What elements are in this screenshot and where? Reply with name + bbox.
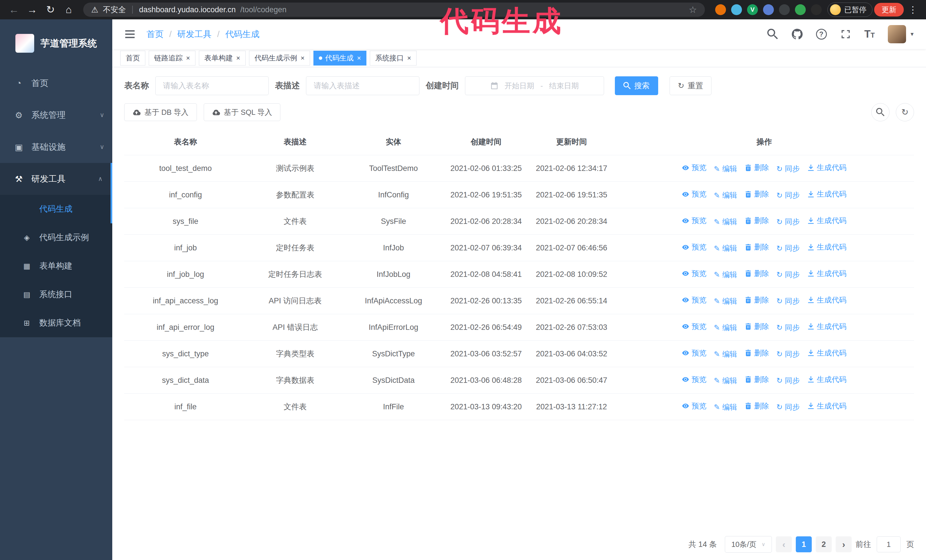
page-button-1[interactable]: 1: [796, 536, 812, 552]
row-action-edit[interactable]: ✎编辑: [714, 349, 737, 359]
row-action-edit[interactable]: ✎编辑: [714, 270, 737, 280]
row-action-trash[interactable]: 删除: [744, 163, 769, 173]
extension-orange-icon[interactable]: [715, 4, 726, 15]
row-action-edit[interactable]: ✎编辑: [714, 190, 737, 200]
row-action-download[interactable]: 生成代码: [807, 216, 846, 226]
row-action-eye[interactable]: 预览: [682, 216, 706, 226]
page-size-select[interactable]: 10条/页 ∨: [725, 536, 772, 552]
github-icon[interactable]: [791, 29, 803, 40]
address-bar[interactable]: ⚠ 不安全 dashboard.yudao.iocoder.cn/tool/co…: [83, 3, 705, 17]
tag-代码生成[interactable]: 代码生成×: [313, 51, 366, 65]
row-action-edit[interactable]: ✎编辑: [714, 296, 737, 306]
row-action-eye[interactable]: 预览: [682, 374, 706, 385]
row-action-eye[interactable]: 预览: [682, 401, 706, 411]
tag-close-icon[interactable]: ×: [301, 55, 304, 62]
sidebar-item-gear[interactable]: ⚙系统管理∨: [0, 99, 112, 131]
tag-链路追踪[interactable]: 链路追踪×: [149, 51, 195, 65]
chrome-menu-icon[interactable]: ⋮: [905, 4, 920, 15]
browser-back-icon[interactable]: ←: [6, 4, 22, 16]
row-action-edit[interactable]: ✎编辑: [714, 164, 737, 174]
row-action-trash[interactable]: 删除: [744, 401, 769, 411]
table-name-input[interactable]: [155, 76, 269, 95]
toggle-search-button[interactable]: [871, 103, 890, 121]
fullscreen-icon[interactable]: [840, 29, 851, 40]
row-action-sync[interactable]: ↻同步: [776, 376, 800, 386]
table-desc-input[interactable]: [306, 76, 419, 95]
sidebar-toggle-button[interactable]: [124, 28, 136, 41]
browser-home-icon[interactable]: ⌂: [61, 4, 77, 16]
row-action-sync[interactable]: ↻同步: [776, 349, 800, 359]
goto-page-input[interactable]: [877, 536, 901, 552]
tag-系统接口[interactable]: 系统接口×: [370, 51, 416, 65]
search-button[interactable]: 搜索: [615, 76, 658, 95]
row-action-eye[interactable]: 预览: [682, 348, 706, 358]
row-action-trash[interactable]: 删除: [744, 322, 769, 332]
row-action-eye[interactable]: 预览: [682, 242, 706, 252]
browser-forward-icon[interactable]: →: [24, 4, 41, 16]
row-action-download[interactable]: 生成代码: [807, 189, 846, 199]
breadcrumb-item[interactable]: 首页: [147, 29, 163, 40]
row-action-trash[interactable]: 删除: [744, 216, 769, 226]
tag-close-icon[interactable]: ×: [186, 55, 190, 62]
user-menu[interactable]: ▼: [888, 25, 915, 43]
row-action-trash[interactable]: 删除: [744, 269, 769, 279]
extension-blue-drop-icon[interactable]: [731, 4, 742, 15]
import-db-button[interactable]: 基于 DB 导入: [124, 103, 197, 121]
tag-表单构建[interactable]: 表单构建×: [199, 51, 246, 65]
sidebar-item-monitor[interactable]: ▣基础设施∨: [0, 131, 112, 163]
chrome-update-button[interactable]: 更新: [874, 3, 904, 17]
date-range-picker[interactable]: 开始日期 - 结束日期: [465, 76, 604, 95]
sidebar-subitem-db[interactable]: ⊞数据库文档: [0, 309, 112, 337]
row-action-download[interactable]: 生成代码: [807, 348, 846, 358]
search-icon[interactable]: [767, 29, 778, 40]
row-action-download[interactable]: 生成代码: [807, 401, 846, 411]
breadcrumb-item[interactable]: 研发工具: [177, 29, 212, 40]
prev-page-button[interactable]: ‹: [776, 536, 792, 552]
extension-people-icon[interactable]: [763, 4, 774, 15]
row-action-eye[interactable]: 预览: [682, 322, 706, 332]
extension-dark-icon[interactable]: [779, 4, 790, 15]
logo[interactable]: 芋道管理系统: [0, 20, 112, 67]
row-action-trash[interactable]: 删除: [744, 348, 769, 358]
sidebar-subitem-code[interactable]: 代码生成: [0, 195, 112, 223]
row-action-eye[interactable]: 预览: [682, 295, 706, 305]
sidebar-item-dashboard[interactable]: ◔首页: [0, 67, 112, 99]
row-action-eye[interactable]: 预览: [682, 269, 706, 279]
row-action-edit[interactable]: ✎编辑: [714, 402, 737, 412]
extension-paw-icon[interactable]: [811, 4, 822, 15]
breadcrumb-item[interactable]: 代码生成: [225, 29, 260, 40]
sidebar-subitem-example[interactable]: ◈代码生成示例: [0, 223, 112, 252]
row-action-sync[interactable]: ↻同步: [776, 243, 800, 253]
help-icon[interactable]: ?: [816, 29, 827, 39]
font-size-icon[interactable]: TT: [864, 28, 875, 40]
profile-paused-badge[interactable]: 已暂停: [828, 3, 872, 17]
extension-leaf-icon[interactable]: [795, 4, 806, 15]
row-action-sync[interactable]: ↻同步: [776, 402, 800, 412]
row-action-download[interactable]: 生成代码: [807, 163, 846, 173]
row-action-sync[interactable]: ↻同步: [776, 217, 800, 227]
tag-close-icon[interactable]: ×: [236, 55, 240, 62]
row-action-download[interactable]: 生成代码: [807, 295, 846, 305]
row-action-sync[interactable]: ↻同步: [776, 190, 800, 200]
row-action-edit[interactable]: ✎编辑: [714, 217, 737, 227]
bookmark-star-icon[interactable]: ☆: [688, 4, 697, 15]
row-action-trash[interactable]: 删除: [744, 189, 769, 199]
row-action-edit[interactable]: ✎编辑: [714, 243, 737, 253]
row-action-download[interactable]: 生成代码: [807, 269, 846, 279]
row-action-edit[interactable]: ✎编辑: [714, 323, 737, 333]
extension-green-v-icon[interactable]: V: [747, 4, 758, 15]
row-action-download[interactable]: 生成代码: [807, 242, 846, 252]
tag-首页[interactable]: 首页: [120, 51, 145, 65]
row-action-eye[interactable]: 预览: [682, 163, 706, 173]
row-action-sync[interactable]: ↻同步: [776, 164, 800, 174]
import-sql-button[interactable]: 基于 SQL 导入: [204, 103, 281, 121]
tag-代码生成示例[interactable]: 代码生成示例×: [249, 51, 310, 65]
row-action-download[interactable]: 生成代码: [807, 322, 846, 332]
row-action-trash[interactable]: 删除: [744, 374, 769, 385]
row-action-trash[interactable]: 删除: [744, 242, 769, 252]
sidebar-item-tools[interactable]: ⚒研发工具∧: [0, 163, 112, 195]
row-action-sync[interactable]: ↻同步: [776, 296, 800, 306]
row-action-sync[interactable]: ↻同步: [776, 270, 800, 280]
row-action-trash[interactable]: 删除: [744, 295, 769, 305]
sidebar-subitem-api[interactable]: ▤系统接口: [0, 280, 112, 309]
